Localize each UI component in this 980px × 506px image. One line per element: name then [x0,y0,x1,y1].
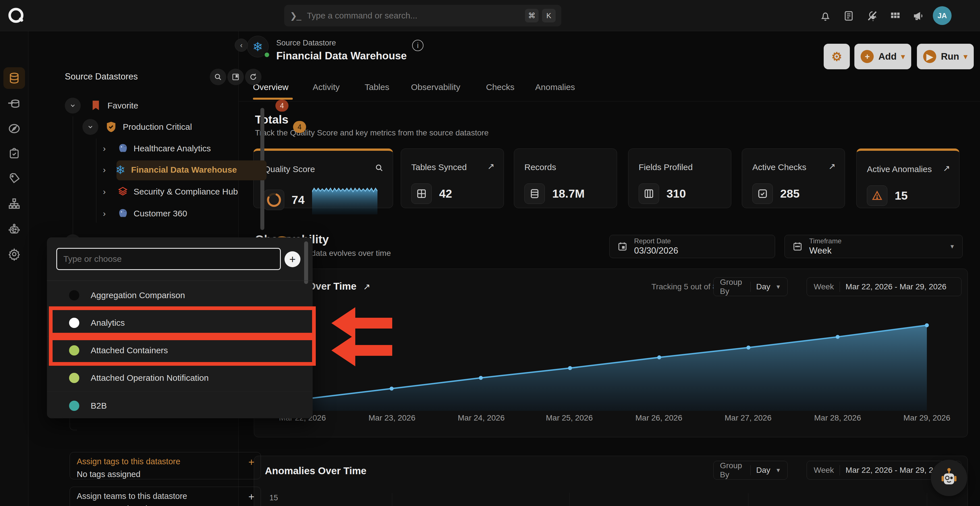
open-link-icon[interactable]: ↗ [487,161,495,171]
tree-group-favorite[interactable]: Favorite 4 [65,96,261,115]
card-tables-synced[interactable]: Tables Synced ↗ 42 [401,149,504,208]
tree-group-production-critical[interactable]: Production Critical 4 [83,117,261,136]
add-button-label: Add [878,51,896,62]
search-icon[interactable] [375,163,384,172]
info-icon[interactable]: i [412,40,423,51]
tree-bookmark-panel-icon[interactable] [228,69,244,85]
postgresql-icon [117,143,129,154]
rail-lineage-sitemap-icon[interactable] [3,193,25,214]
chevron-right-icon[interactable]: › [103,144,106,153]
chevron-right-icon[interactable]: › [103,209,106,218]
anomalies-group-by-select[interactable]: Group ByDay▼ [713,461,788,480]
card-value: 310 [667,187,686,200]
chart-gridline [748,493,748,506]
datastore-title: Financial Data Warehouse [276,50,407,62]
tree-item-financial-data-warehouse[interactable]: › ❄ Financial Data Warehouse [103,160,261,179]
quality-sparkline [312,186,377,214]
chart-gridline [927,493,927,506]
dropdown-option-aggregation-comparison[interactable]: Aggregation Comparison [47,282,313,309]
add-button[interactable]: + Add ▾ [854,44,911,69]
open-link-icon[interactable]: ↗ [829,161,835,171]
tab-overview[interactable]: Overview [253,82,288,92]
annotation-arrow-shaft [355,345,392,356]
report-date-value: 03/30/2026 [634,246,678,256]
card-value: 15 [895,189,908,203]
postgresql-icon [117,208,129,219]
tab-checks[interactable]: Checks [486,82,514,92]
card-value: 18.7M [552,187,585,200]
settings-button[interactable]: ⚙ [824,44,850,69]
tags-empty-text: No tags assigned [77,470,254,479]
report-date-label: Report Date [634,237,678,245]
card-active-checks[interactable]: Active Checks ↗ 285 [742,149,845,208]
notifications-bell-icon[interactable] [818,8,833,24]
user-avatar[interactable]: JA [933,6,951,25]
tree-search-icon[interactable] [210,69,226,85]
x-axis-label: Mar 25, 2026 [546,414,593,422]
tabs-divider [239,101,980,102]
report-date-field[interactable]: Report Date03/30/2026 [609,235,775,258]
tab-anomalies[interactable]: Anomalies [535,82,575,92]
assistant-robot-button[interactable] [931,460,967,496]
dropdown-scrollbar[interactable] [304,241,308,284]
add-tag-plus-icon[interactable]: + [248,456,255,468]
chevron-down-icon: ▾ [901,52,905,61]
table-icon [411,184,432,204]
chevron-down-icon[interactable] [83,119,98,135]
calendar-icon [617,241,628,252]
rail-enrichment-datastores-icon[interactable] [3,93,25,114]
dropdown-arrow-icon: ▼ [949,243,955,250]
chart-gridline [569,493,570,506]
tab-activity[interactable]: Activity [313,82,340,92]
production-critical-count-badge: 4 [293,121,306,133]
rail-source-datastores-icon[interactable] [3,67,25,89]
apps-grid-icon[interactable] [887,8,903,24]
timeframe-select[interactable]: TimeframeWeek ▼ [784,235,963,258]
command-search-input[interactable] [307,11,522,21]
command-search[interactable]: ❯_ ⌘ K [284,5,562,26]
dropdown-option-attached-operation-notification[interactable]: Attached Operation Notification [47,364,313,392]
tree-item-customer-360[interactable]: › Customer 360 [103,204,261,223]
card-active-anomalies[interactable]: Active Anomalies ↗ 15 [856,149,959,208]
dropdown-option-b2b[interactable]: B2B [47,392,313,419]
chevron-down-icon[interactable] [65,98,81,114]
rail-checks-clipboard-icon[interactable] [3,143,25,164]
open-link-icon[interactable]: ↗ [943,163,950,173]
calendar-icon [792,241,803,252]
card-fields-profiled[interactable]: Fields Profiled 310 [628,149,731,208]
totals-subtitle: Track the Quality Score and key metrics … [255,128,488,138]
app-root: ❯_ ⌘ K JA [0,0,980,506]
tab-observability[interactable]: Observability [411,82,460,92]
type-or-choose-input[interactable] [56,248,281,270]
card-label: Tables Synced [411,162,467,172]
tree-item-healthcare-analytics[interactable]: › Healthcare Analytics [103,139,261,158]
card-quality-score[interactable]: Quality Score 74 [253,149,393,208]
assign-tags-title[interactable]: Assign tags to this datastore [77,457,254,466]
chevron-right-icon[interactable]: › [103,187,106,197]
card-value: 285 [780,187,800,200]
chevron-right-icon[interactable]: › [103,165,106,174]
shield-check-icon [106,121,116,133]
tab-tables[interactable]: Tables [365,82,390,92]
changelog-doc-icon[interactable] [841,8,857,24]
app-logo-icon[interactable] [6,6,25,25]
add-team-plus-icon[interactable]: + [248,491,255,503]
tree-refresh-icon[interactable] [245,69,261,85]
announcements-megaphone-icon[interactable] [911,8,927,24]
assign-tags-card: Assign tags to this datastore No tags as… [70,452,261,479]
snowflake-icon: ❄ [115,163,125,177]
rail-settings-gear-icon[interactable] [3,243,25,265]
theme-toggle-icon[interactable] [864,8,880,24]
assign-teams-title[interactable]: Assign teams to this datastore [77,492,254,501]
tree-item-security-compliance-hub[interactable]: › Security & Compliance Hub [103,182,261,201]
run-button[interactable]: ▶ Run ▾ [917,44,974,69]
rail-explore-compass-icon[interactable] [3,118,25,140]
rail-tags-icon[interactable] [3,168,25,189]
rail-bot-icon[interactable] [3,218,25,240]
add-option-plus-button[interactable]: + [285,251,301,267]
status-green-dot [264,52,270,58]
card-records[interactable]: Records 18.7M [514,149,617,208]
favorite-bookmark-icon [91,100,100,111]
collapse-panel-button[interactable]: ‹ [235,39,248,52]
snowflake-icon: ❄ [253,40,263,54]
